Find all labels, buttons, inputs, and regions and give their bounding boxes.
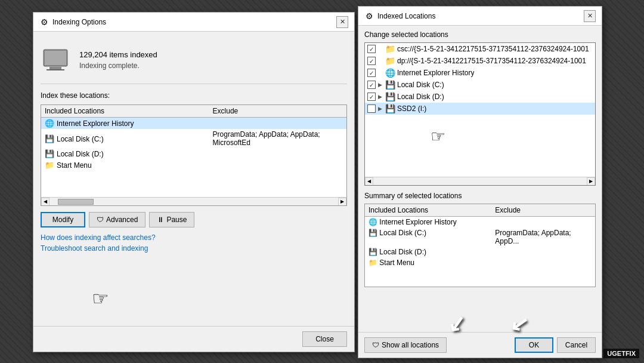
disk-icon: 💾 [45,134,54,143]
indexing-dialog-footer: Close [33,326,354,352]
scroll-right-arrow[interactable]: ▶ [338,198,346,206]
horizontal-scrollbar[interactable]: ◀ ▶ [41,197,346,205]
row-name: 📁Start Menu [41,159,209,171]
checkbox-d[interactable] [367,93,376,101]
indexed-close-btn[interactable]: ✕ [584,10,596,22]
tree-item-ssd2[interactable]: ▶ 💾 SSD2 (I:) [365,103,595,115]
indexing-close-btn[interactable]: ✕ [336,16,348,28]
cancel-button[interactable]: Cancel [557,337,596,353]
advanced-button[interactable]: 🛡 Advanced [89,212,145,227]
summary-row-c: 💾 Local Disk (C:) ProgramData; AppData; … [365,227,595,247]
indexing-title-bar: ⚙ Indexing Options ✕ [33,13,354,32]
summary-name-ie: 🌐 Internet Explorer History [365,217,491,228]
items-count: 129,204 items indexed [79,50,157,59]
tree-scroll-track [373,177,587,186]
summary-start-icon: 📁 [369,259,377,267]
scroll-thumb[interactable] [58,199,94,205]
troubleshoot-link[interactable]: Troubleshoot search and indexing [41,244,347,253]
table-row[interactable]: 🌐Internet Explorer History [41,118,346,130]
summary-col-exclude: Exclude [491,204,595,217]
tree-item-c[interactable]: ▶ 💾 Local Disk (C:) [365,79,595,91]
expand-ssd2: ▶ [378,106,385,112]
summary-d-icon: 💾 [369,248,377,256]
summary-c-icon: 💾 [369,229,377,237]
summary-row-ie: 🌐 Internet Explorer History [365,217,595,228]
show-all-button[interactable]: 🛡 Show all locations [364,337,447,353]
tree-item-d[interactable]: ▶ 💾 Local Disk (D:) [365,91,595,103]
summary-col-included: Included Locations [365,204,491,217]
summary-table: Included Locations Exclude 🌐 Internet Ex… [365,204,595,268]
summary-row-d: 💾 Local Disk (D:) [365,247,595,257]
pause-button[interactable]: ⏸ Pause [149,212,194,227]
close-button[interactable]: Close [302,331,347,347]
checkbox-csc[interactable] [367,45,376,53]
summary-name-d: 💾 Local Disk (D:) [365,247,491,257]
title-bar-left: ⚙ Indexing Options [39,17,106,27]
indexed-dialog-content: Change selected locations 📁 csc://{S-1-5… [358,26,602,292]
folder-icon-csc: 📁 [385,44,395,54]
indexed-dialog-title: Indexed Locations [377,12,435,20]
tree-item-csc[interactable]: 📁 csc://{S-1-5-21-3412217515-3717354112-… [365,43,595,55]
row-exclude [209,159,346,171]
tree-item-ie[interactable]: 🌐 Internet Explorer History [365,67,595,79]
summary-name-start: 📁 Start Menu [365,257,491,268]
indexing-status: Indexing complete. [79,61,157,70]
summary-area: Summary of selected locations Included L… [364,192,596,287]
summary-row-start: 📁 Start Menu [365,257,595,268]
checkbox-dp[interactable] [367,57,376,65]
summary-table-wrap: Included Locations Exclude 🌐 Internet Ex… [364,204,596,287]
how-does-link[interactable]: How does indexing affect searches? [41,233,347,242]
hand-cursor-ssd2: ☞ [431,127,445,146]
indexing-dialog-title: Indexing Options [52,18,106,26]
summary-name-c: 💾 Local Disk (C:) [365,227,491,247]
row-exclude: ProgramData; AppData; AppData; Microsoft… [209,129,346,148]
tree-label-c: Local Disk (C:) [397,81,444,89]
disk-c-icon: 💾 [385,80,395,90]
info-section: 129,204 items indexed Indexing complete. [41,39,347,84]
indexed-dialog-footer: 🛡 Show all locations OK Cancel [358,332,602,358]
checkbox-ssd2[interactable] [367,104,376,113]
tree-item-dp[interactable]: 📁 dp://{S-1-5-21-3412217515-3717354112-2… [365,55,595,67]
checkbox-c[interactable] [367,81,376,89]
expand-d: ▶ [378,94,385,100]
indexing-title-icon: ⚙ [39,17,49,27]
row-exclude [209,148,346,159]
ssd2-icon: 💾 [385,104,395,113]
summary-exclude-start [491,257,595,268]
row-name: 💾Local Disk (D:) [41,148,209,159]
ie-icon: 🌐 [45,119,54,128]
col-included: Included Locations [41,105,209,118]
change-locations-header: Change selected locations [364,30,596,39]
shield-icon: 🛡 [97,216,104,224]
tree-label-d: Local Disk (D:) [397,93,444,101]
pause-icon: ⏸ [157,216,164,224]
row-name: 💾Local Disk (C:) [41,129,209,148]
row-name: 🌐Internet Explorer History [41,118,209,130]
table-row[interactable]: 💾Local Disk (C:) ProgramData; AppData; A… [41,129,346,148]
footer-right: OK Cancel [515,337,596,353]
checkbox-ie[interactable] [367,69,376,77]
summary-exclude-ie [491,217,595,228]
indexing-dialog-content: 129,204 items indexed Indexing complete.… [33,32,354,262]
scroll-left-arrow[interactable]: ◀ [41,198,49,206]
disk-d-icon: 💾 [45,149,54,158]
links-section: How does indexing affect searches? Troub… [41,233,347,253]
ok-button[interactable]: OK [515,337,553,353]
table-row[interactable]: 💾Local Disk (D:) [41,148,346,159]
tree-h-scrollbar[interactable]: ◀ ▶ [365,177,595,185]
tree-scroll-left[interactable]: ◀ [365,177,373,186]
action-button-row: Modify 🛡 Advanced ⏸ Pause [41,212,347,227]
index-section-label: Index these locations: [41,91,347,100]
row-exclude [209,118,346,130]
summary-exclude-c: ProgramData; AppData; AppD... [491,227,595,247]
tree-scroll-right[interactable]: ▶ [587,177,595,186]
indexed-locations-dialog: ⚙ Indexed Locations ✕ Change selected lo… [358,6,602,358]
disk-d-tree-icon: 💾 [385,92,395,101]
info-text: 129,204 items indexed Indexing complete. [79,50,157,70]
tree-label-ie: Internet Explorer History [397,69,474,77]
summary-ie-icon: 🌐 [369,218,377,226]
table-row[interactable]: 📁Start Menu [41,159,346,171]
svg-rect-1 [45,51,66,65]
indexed-title-left: ⚙ Indexed Locations [364,11,435,21]
modify-button[interactable]: Modify [41,212,85,227]
